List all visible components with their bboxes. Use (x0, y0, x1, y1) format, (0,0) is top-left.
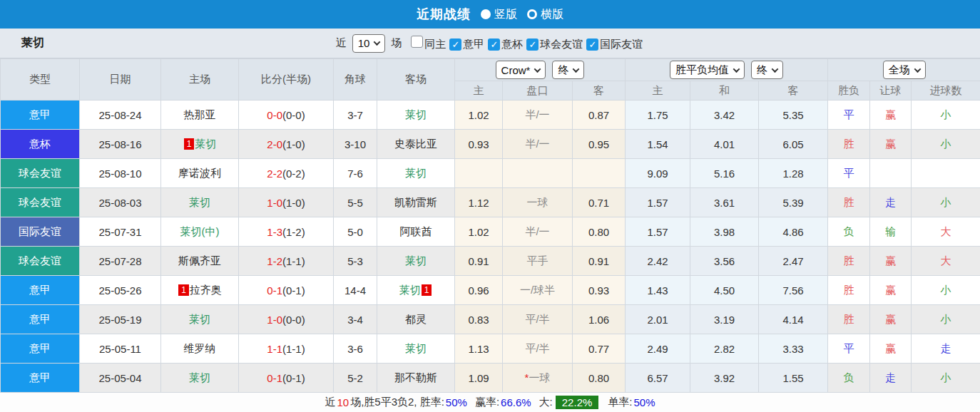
handicap-home-odds (455, 159, 503, 188)
checkbox-checked-icon[interactable]: ✓ (488, 38, 500, 51)
euro-home-odds: 2.01 (626, 305, 690, 334)
away-team: 莱切1 (377, 276, 455, 305)
red-card-badge: 1 (178, 284, 189, 296)
chevron-down-icon (573, 66, 580, 73)
euro-home-odds: 1.54 (626, 130, 690, 159)
checkbox-unchecked-icon[interactable] (411, 36, 423, 48)
handicap-away-odds: 0.80 (573, 217, 626, 247)
col-header-score: 比分(半场) (239, 59, 334, 101)
checkbox-checked-icon[interactable]: ✓ (526, 38, 539, 51)
chevron-down-icon (374, 38, 381, 46)
odds-company-select[interactable]: Crow* (496, 61, 546, 79)
euro-home-odds: 1.43 (626, 276, 690, 305)
match-score: 1-1(1-1) (239, 334, 334, 364)
col-header-away: 客场 (377, 59, 455, 101)
result-flag: 胜 (828, 305, 870, 334)
euro-draw-odds: 2.82 (690, 334, 759, 364)
match-date: 25-08-03 (80, 188, 161, 217)
subcol-eu-home: 主 (626, 81, 690, 101)
corner-count: 3-10 (334, 130, 377, 159)
handicap-final-value: 终 (558, 63, 568, 77)
euro-odds-select[interactable]: 胜平负均值 (670, 61, 745, 79)
euro-home-odds: 6.57 (626, 364, 690, 393)
goals-flag: 大 (912, 247, 980, 276)
handicap-home-odds: 0.91 (455, 247, 503, 276)
home-team: 摩诺波利 (161, 159, 239, 188)
scope-select[interactable]: 全场 (883, 61, 926, 79)
filter-label[interactable]: 同主 (424, 38, 446, 50)
handicap-final-select[interactable]: 终 (552, 61, 584, 79)
match-date: 25-07-31 (80, 217, 161, 247)
handicap-away-odds: 0.95 (573, 130, 626, 159)
away-team: 那不勒斯 (377, 364, 455, 393)
corner-count: 3-4 (334, 305, 377, 334)
match-score: 1-2(1-1) (239, 247, 334, 276)
handicap-line: 半/一 (503, 130, 573, 159)
result-flag: 负 (828, 364, 870, 393)
match-date: 25-08-16 (80, 130, 161, 159)
match-score: 1-0(0-0) (239, 305, 334, 334)
away-team: 莱切 (377, 159, 455, 188)
checkbox-checked-icon[interactable]: ✓ (449, 38, 461, 51)
result-flag: 胜 (828, 188, 870, 217)
match-score: 1-0(1-0) (239, 188, 334, 217)
table-row: 意杯 25-08-16 1莱切 2-0(1-0) 3-10 史泰比亚 0.93 … (1, 130, 980, 159)
match-date: 25-08-24 (80, 101, 161, 130)
handicap-away-odds: 0.93 (573, 276, 626, 305)
goals-flag: 小 (912, 364, 980, 393)
page-title: 近期战绩 (417, 6, 471, 23)
summary-win-rate: 50% (446, 396, 467, 408)
corner-count: 3-6 (334, 334, 377, 364)
match-type-badge: 球会友谊 (1, 159, 80, 188)
results-body: 意甲 25-08-24 热那亚 0-0(0-0) 3-7 莱切 1.02 半/一… (1, 101, 980, 393)
euro-draw-odds: 4.01 (690, 130, 759, 159)
checkbox-checked-icon[interactable]: ✓ (586, 38, 598, 51)
match-type-badge: 球会友谊 (1, 247, 80, 276)
subcol-goals: 进球数 (912, 81, 980, 101)
handicap-line: 半/一 (503, 217, 573, 247)
table-row: 意甲 25-05-19 莱切 1-0(0-0) 3-4 都灵 0.83 平/半 … (1, 305, 980, 334)
col-header-type: 类型 (1, 59, 80, 101)
summary-near-label: 近 (325, 396, 335, 409)
layout-option-vertical[interactable]: 竖版 (481, 7, 517, 22)
euro-draw-odds: 4.50 (690, 276, 759, 305)
euro-final-select[interactable]: 终 (751, 61, 783, 79)
away-team: 莱切 (377, 101, 455, 130)
subcol-eu-draw: 和 (690, 81, 759, 101)
filter-label[interactable]: 球会友谊 (540, 38, 583, 50)
match-type-badge: 意甲 (1, 364, 80, 393)
match-date: 25-05-26 (80, 276, 161, 305)
handicap-result-flag: 走 (870, 188, 912, 217)
euro-away-odds: 6.05 (759, 130, 828, 159)
away-team: 史泰比亚 (377, 130, 455, 159)
chevron-down-icon (914, 66, 921, 73)
goals-flag: 大 (912, 217, 980, 247)
filter-label[interactable]: 意甲 (463, 38, 484, 50)
table-row: 意甲 25-08-24 热那亚 0-0(0-0) 3-7 莱切 1.02 半/一… (1, 101, 980, 130)
filter-bar: 莱切 近 10 场 同主✓意甲✓意杯✓球会友谊✓国际友谊 (0, 29, 980, 58)
summary-big-label: 大: (539, 396, 553, 409)
scope-value: 全场 (889, 63, 910, 77)
corner-count: 3-7 (334, 101, 377, 130)
goals-flag: 走 (912, 334, 980, 364)
vertical-layout-label: 竖版 (494, 7, 517, 22)
filter-label[interactable]: 国际友谊 (600, 38, 643, 50)
handicap-result-flag: 走 (870, 364, 912, 393)
filter-label[interactable]: 意杯 (501, 38, 523, 50)
layout-option-horizontal[interactable]: 横版 (527, 7, 563, 22)
handicap-line: 半/一 (503, 101, 573, 130)
handicap-result-flag: 赢 (870, 130, 912, 159)
euro-away-odds: 1.55 (759, 364, 828, 393)
handicap-away-odds: 0.91 (573, 247, 626, 276)
subcol-eu-away: 客 (759, 81, 828, 101)
match-count-select[interactable]: 10 (352, 34, 386, 53)
radio-selected-icon (481, 9, 491, 19)
match-date: 25-05-04 (80, 364, 161, 393)
match-type-badge: 意甲 (1, 305, 80, 334)
euro-draw-odds: 3.92 (690, 364, 759, 393)
match-score: 0-0(0-0) (239, 101, 334, 130)
match-type-badge: 国际友谊 (1, 217, 80, 247)
corner-count: 5-5 (334, 188, 377, 217)
euro-home-odds: 2.49 (626, 334, 690, 364)
corner-count: 5-0 (334, 217, 377, 247)
